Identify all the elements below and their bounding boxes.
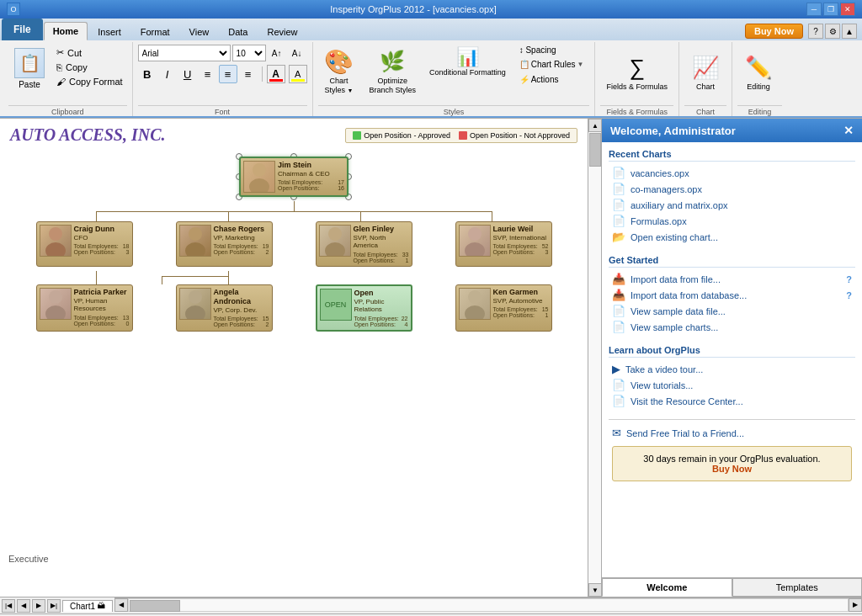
chart1-tab-label: Chart1 [70,602,95,611]
import-db-link[interactable]: 📥 Import data from database... ? [609,287,855,303]
buy-now-button[interactable]: Buy Now [745,24,803,39]
copy-button[interactable]: ⎘ Copy [52,61,127,74]
level2-box-2[interactable]: OPEN Open VP, Public Relations Total Emp… [316,284,412,332]
ceo-box[interactable]: Jim Stein Chairman & CEO Total Employees… [239,157,349,197]
chart-button[interactable]: 📈 Chart [684,50,726,96]
ribbon-minimize-button[interactable]: ▲ [842,24,857,39]
level2-title-3: SVP, Automotive [493,297,549,305]
tab-templates[interactable]: Templates [732,578,863,597]
import-db-help[interactable]: ? [846,290,852,300]
copy-label: Copy [66,62,88,72]
conditional-formatting-button[interactable]: 📊 Conditional Formatting [425,44,510,79]
fields-formulas-button[interactable]: ∑ Fields & Formulas [600,50,673,96]
help-button[interactable]: ? [808,24,823,39]
level2-title-1: VP, Corp. Dev. [214,306,269,315]
align-right-button[interactable]: ≡ [239,65,258,83]
prev-tab-button[interactable]: ◀ [17,599,30,613]
copy-format-label: Copy Format [69,77,123,87]
tab-review[interactable]: Review [258,22,307,40]
recent-chart-comanagers-label: co-managers.opx [631,184,702,194]
recent-chart-vacancies[interactable]: 📄 vacancies.opx [609,165,855,181]
get-started-section: Get Started 📥 Import data from file... ?… [609,255,855,335]
sample-data-link[interactable]: 📄 View sample data file... [609,303,855,319]
chart-styles-button[interactable]: 🎨 ChartStyles ▼ [318,44,360,99]
close-button[interactable]: ✕ [840,3,855,16]
recent-chart-comanagers[interactable]: 📄 co-managers.opx [609,181,855,197]
resource-center-link[interactable]: 📄 Visit the Resource Center... [609,393,855,409]
import-file-label: Import data from file... [631,274,721,284]
scroll-up-button[interactable]: ▲ [588,119,601,132]
bold-button[interactable]: B [138,65,157,83]
chart1-tab[interactable]: Chart1 🏔 [62,600,113,612]
first-tab-button[interactable]: |◀ [2,599,15,613]
level1-name-0: Craig Dunn [74,225,130,234]
level2-box-1[interactable]: Angela Andronica VP, Corp. Dev. Total Em… [176,284,273,332]
import-file-help[interactable]: ? [846,274,852,284]
level2-box-3[interactable]: Ken Garmen SVP, Automotive Total Employe… [455,284,552,332]
increase-font-button[interactable]: A↑ [268,44,286,62]
level1-box-2[interactable]: Glen Finley SVP, North America Total Emp… [316,221,412,267]
options-button[interactable]: ⚙ [825,24,840,39]
sample-charts-link[interactable]: 📄 View sample charts... [609,319,855,335]
welcome-close-button[interactable]: ✕ [843,124,854,137]
level1-photo-3 [459,225,491,257]
italic-button[interactable]: I [158,65,177,83]
fields-formulas-group: ∑ Fields & Formulas Fields & Formulas [595,42,679,116]
scroll-down-button[interactable]: ▼ [588,583,601,597]
restore-button[interactable]: ❐ [823,3,838,16]
send-trial-link[interactable]: ✉ Send Free Trial to a Friend... [609,425,855,441]
font-color-button[interactable]: A [267,65,285,83]
font-family-select[interactable]: Arial [138,45,231,61]
tab-format[interactable]: Format [131,22,179,40]
level1-box-0[interactable]: Craig Dunn CFO Total Employees:18 Open P… [36,221,133,267]
chart-rules-button[interactable]: 📋 Chart Rules ▼ [513,57,590,72]
ceo-emp-count: 17 [338,179,344,185]
bottom-bar: |◀ ◀ ▶ ▶| Chart1 🏔 ◀ ▶ [0,597,862,613]
video-tour-link[interactable]: ▶ Take a video tour... [609,361,855,377]
scroll-track[interactable] [588,132,601,583]
actions-button[interactable]: ⚡ Actions [513,72,590,87]
minimize-button[interactable]: ─ [806,3,822,16]
hscroll-thumb[interactable] [130,600,180,612]
tab-insert[interactable]: Insert [88,22,130,40]
chart-canvas[interactable]: AUTO ACCESS, INC. Open Position - Approv… [0,119,588,597]
copy-format-button[interactable]: 🖌 Copy Format [52,75,127,88]
decrease-font-button[interactable]: A↓ [288,44,306,62]
trial-buy-now-link[interactable]: Buy Now [712,464,752,474]
level1-box-3[interactable]: Laurie Weil SVP, International Total Emp… [455,221,552,267]
last-tab-button[interactable]: ▶| [47,599,61,613]
highlight-color-button[interactable]: A [289,65,307,83]
recent-chart-auxiliary[interactable]: 📄 auxiliary and matrix.opx [609,197,855,213]
hscroll-track[interactable] [128,598,849,612]
tab-welcome[interactable]: Welcome [602,578,732,597]
tab-view[interactable]: View [180,22,219,40]
underline-button[interactable]: U [178,65,197,83]
ceo-emp-label: Total Employees: [278,179,322,185]
tab-data[interactable]: Data [219,22,257,40]
editing-button[interactable]: ✏️ Editing [737,50,780,96]
align-left-button[interactable]: ≡ [199,65,217,83]
level2-box-0[interactable]: Patricia Parker VP, Human Resources Tota… [36,284,133,332]
optimize-branch-button[interactable]: 🌿 OptimizeBranch Styles [364,44,423,99]
font-size-select[interactable]: 10 12 14 [232,45,266,61]
hscroll-right-button[interactable]: ▶ [849,598,862,612]
import-file-link[interactable]: 📥 Import data from file... ? [609,271,855,287]
level1-box-1[interactable]: Chase Rogers VP, Marketing Total Employe… [176,221,273,267]
spacing-button[interactable]: ↕ Spacing [513,44,590,56]
next-tab-button[interactable]: ▶ [32,599,45,613]
paste-button[interactable]: 📋 Paste [8,44,51,93]
cut-button[interactable]: ✂ Cut [52,45,127,60]
tab-file[interactable]: File [2,19,43,40]
level2-title-2: VP, Public Relations [354,298,408,314]
hscroll-left-button[interactable]: ◀ [114,598,128,612]
align-center-button[interactable]: ≡ [219,65,237,83]
scroll-thumb[interactable] [589,133,601,167]
tab-home[interactable]: Home [44,22,88,40]
recent-chart-formulas[interactable]: 📄 Formulas.opx [609,213,855,229]
open-existing-chart-link[interactable]: 📂 Open existing chart... [609,229,855,245]
level1-name-2: Glen Finley [354,225,409,234]
horizontal-scrollbar[interactable]: ◀ ▶ [114,597,862,611]
tutorials-link[interactable]: 📄 View tutorials... [609,377,855,393]
chart-file-icon-0: 📄 [612,167,625,179]
vertical-scrollbar[interactable]: ▲ ▼ [588,119,601,597]
